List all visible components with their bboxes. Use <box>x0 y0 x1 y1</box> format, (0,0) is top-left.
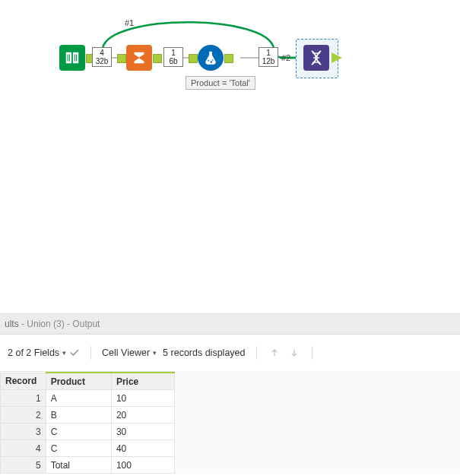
anchor-out[interactable] <box>153 54 162 63</box>
cell-record: 5 <box>1 457 46 474</box>
col-product[interactable]: Product <box>46 373 111 390</box>
col-price[interactable]: Price <box>111 373 174 390</box>
tag1-count: 4 <box>95 49 109 57</box>
cell-price: 30 <box>111 424 174 440</box>
tag3-bytes: 12b <box>262 57 275 65</box>
tag2-bytes: 6b <box>167 57 180 65</box>
tag1-bytes: 32b <box>95 57 109 65</box>
prev-record-button[interactable] <box>268 346 281 360</box>
cell-viewer-label: Cell Viewer <box>102 347 150 358</box>
anchor-in[interactable] <box>117 54 126 63</box>
table-row[interactable]: 2 B 20 <box>1 407 175 424</box>
connection-label-1: #1 <box>125 18 134 27</box>
union-tool[interactable] <box>303 45 329 71</box>
cell-viewer-dropdown[interactable]: Cell Viewer ▾ <box>102 347 157 358</box>
summarize-tool[interactable] <box>126 45 152 71</box>
cell-price: 100 <box>111 457 174 474</box>
svg-point-9 <box>208 60 209 62</box>
results-title-suffix: - Union (3) - Output <box>19 319 100 329</box>
table-row[interactable]: 4 C 40 <box>1 440 175 457</box>
records-displayed-label: 5 records displayed <box>163 347 245 358</box>
chevron-down-icon: ▾ <box>153 349 157 357</box>
cell-record: 3 <box>1 424 46 440</box>
table-row[interactable]: 1 A 10 <box>1 390 175 407</box>
field-info-tag-1[interactable]: 4 32b <box>92 47 112 67</box>
field-info-tag-2[interactable]: 1 6b <box>163 47 183 67</box>
next-record-button[interactable] <box>287 346 301 360</box>
toolbar-separator <box>256 346 257 360</box>
cell-product: A <box>46 390 111 407</box>
svg-point-10 <box>211 61 212 62</box>
arrow-up-icon <box>269 347 280 358</box>
table-row[interactable]: 5 Total 100 <box>1 457 175 474</box>
connection-label-2: #2 <box>281 53 290 62</box>
workflow-canvas[interactable]: #1 #2 4 32b 1 6b <box>0 0 460 312</box>
toolbar-separator <box>90 346 91 360</box>
svg-rect-8 <box>76 54 77 61</box>
anchor-out[interactable] <box>224 54 233 63</box>
results-panel: ults - Union (3) - Output 2 of 2 Fields … <box>0 313 460 474</box>
results-title-prefix: ults <box>5 319 19 329</box>
cell-price: 20 <box>111 407 174 424</box>
cell-record: 2 <box>1 407 46 424</box>
cell-product: Total <box>46 457 111 474</box>
records-label-text: 5 records displayed <box>163 347 245 358</box>
results-toolbar: 2 of 2 Fields ▾ Cell Viewer ▾ 5 records … <box>0 335 460 371</box>
cell-product: B <box>46 407 111 424</box>
flask-icon <box>202 49 219 66</box>
tag2-count: 1 <box>167 49 180 57</box>
cell-product: C <box>46 440 111 457</box>
results-header: ults - Union (3) - Output <box>0 314 460 335</box>
svg-rect-5 <box>68 54 68 61</box>
sigma-icon <box>131 49 148 66</box>
cell-record: 4 <box>1 440 46 457</box>
tag3-count: 1 <box>262 49 275 57</box>
cell-price: 40 <box>111 440 174 457</box>
results-grid[interactable]: Record Product Price 1 A 10 2 B 20 3 <box>0 371 175 474</box>
text-input-tool[interactable] <box>59 45 85 71</box>
cell-price: 10 <box>111 390 174 407</box>
formula-tool[interactable] <box>198 45 224 71</box>
field-info-tag-3[interactable]: 1 12b <box>259 47 278 67</box>
dna-icon <box>307 49 325 67</box>
fields-label: 2 of 2 Fields <box>8 347 59 358</box>
svg-rect-6 <box>69 54 70 61</box>
grid-header-row: Record Product Price <box>1 373 175 390</box>
arrow-down-icon <box>289 347 300 358</box>
col-record[interactable]: Record <box>1 373 46 390</box>
book-icon <box>64 49 81 66</box>
check-icon <box>69 347 80 358</box>
svg-point-11 <box>212 59 214 61</box>
svg-rect-7 <box>75 54 75 61</box>
cell-product: C <box>46 424 111 440</box>
toolbar-separator <box>312 346 312 360</box>
fields-dropdown[interactable]: 2 of 2 Fields ▾ <box>8 347 80 358</box>
cell-record: 1 <box>1 390 46 407</box>
formula-annotation[interactable]: Product = 'Total' <box>186 76 255 90</box>
table-row[interactable]: 3 C 30 <box>1 424 175 440</box>
anchor-in[interactable] <box>189 54 198 63</box>
chevron-down-icon: ▾ <box>62 349 66 357</box>
